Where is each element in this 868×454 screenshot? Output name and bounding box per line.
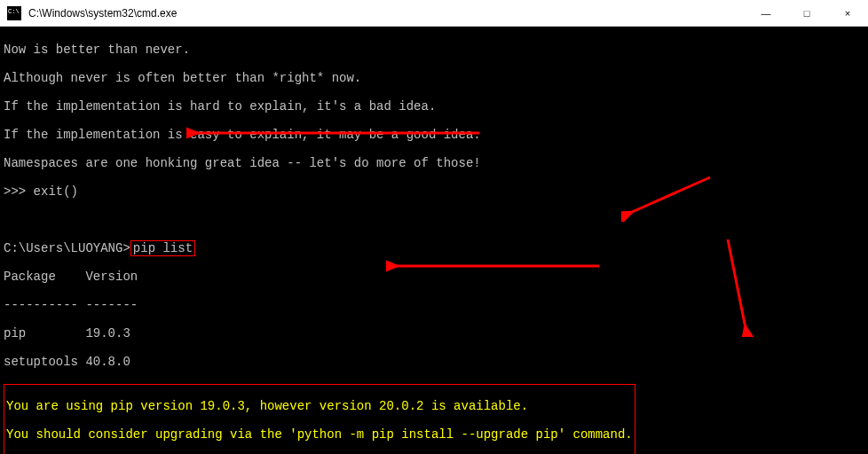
- window-titlebar: C:\Windows\system32\cmd.exe — □ ×: [0, 0, 868, 27]
- minimize-button[interactable]: —: [746, 0, 786, 26]
- pip-list-divider: ---------- -------: [4, 298, 864, 312]
- window-title: C:\Windows\system32\cmd.exe: [28, 7, 746, 20]
- close-button[interactable]: ×: [827, 0, 868, 26]
- command-line: C:\Users\LUOYANG>pip list: [4, 241, 864, 255]
- maximize-button[interactable]: □: [786, 0, 827, 26]
- zen-line: Although never is often better than *rig…: [4, 71, 864, 85]
- pip-list-header: Package Version: [4, 270, 864, 284]
- zen-line: If the implementation is easy to explain…: [4, 128, 864, 142]
- highlight-box-warning: You are using pip version 19.0.3, howeve…: [4, 384, 635, 454]
- python-exit: >>> exit(): [4, 184, 864, 199]
- prompt: C:\Users\LUOYANG>: [4, 241, 130, 255]
- blank-line: [4, 213, 864, 227]
- window-controls: — □ ×: [746, 0, 868, 26]
- highlight-box-pip-list: pip list: [130, 240, 195, 256]
- zen-line: If the implementation is hard to explain…: [4, 99, 864, 114]
- zen-line: Namespaces are one honking great idea --…: [4, 156, 864, 170]
- console-output[interactable]: Now is better than never. Although never…: [0, 27, 868, 454]
- cmd-icon: [7, 6, 21, 20]
- zen-line: Now is better than never.: [4, 43, 864, 57]
- pip-list-row: setuptools 40.8.0: [4, 355, 864, 369]
- pip-warning: You should consider upgrading via the 'p…: [6, 427, 633, 442]
- pip-warning: You are using pip version 19.0.3, howeve…: [6, 399, 633, 413]
- pip-list-row: pip 19.0.3: [4, 326, 864, 340]
